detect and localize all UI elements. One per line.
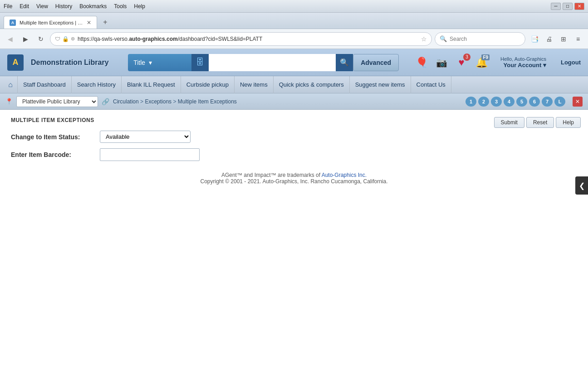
library-name: Demonstration Library	[31, 59, 109, 67]
nav-blank-ill[interactable]: Blank ILL Request	[122, 76, 181, 93]
minimize-button[interactable]: ─	[551, 3, 561, 10]
catalog-search-input[interactable]	[209, 54, 336, 71]
balloon-icon: 🎈	[416, 57, 428, 68]
user-greeting: Hello, Auto-Graphics	[500, 56, 546, 62]
maximize-button[interactable]: □	[563, 3, 573, 10]
breadcrumb-exceptions[interactable]: Exceptions	[145, 98, 172, 105]
page-3-button[interactable]: 3	[491, 97, 502, 107]
database-icon[interactable]: 🗄	[191, 54, 209, 71]
nav-curbside[interactable]: Curbside pickup	[181, 76, 235, 93]
reading-list-icon[interactable]: 📑	[528, 33, 541, 45]
side-toggle-button[interactable]: ❮	[575, 176, 588, 195]
forward-button[interactable]: ▶	[19, 33, 32, 45]
breadcrumb-circulation[interactable]: Circulation	[113, 98, 139, 105]
hamburger-menu-icon[interactable]: ≡	[572, 33, 584, 45]
section-title: MULTIPLE ITEM EXCEPTIONS	[11, 117, 577, 123]
menu-file[interactable]: File	[4, 3, 12, 10]
menu-history[interactable]: History	[55, 3, 72, 10]
barcode-form-row: Enter Item Barcode:	[11, 148, 577, 161]
shortcut-badge: F9	[481, 54, 490, 60]
location-selector[interactable]: Platteville Public Library	[16, 96, 98, 107]
close-button[interactable]: ✕	[574, 3, 584, 10]
new-tab-button[interactable]: +	[99, 16, 112, 29]
page-5-button[interactable]: 5	[516, 97, 527, 107]
user-account-button[interactable]: Your Account ▾	[500, 62, 546, 68]
barcode-input[interactable]	[100, 148, 200, 161]
status-label: Change to Item Status:	[11, 133, 93, 141]
nav-staff-dashboard[interactable]: Staff Dashboard	[17, 76, 72, 93]
browser-search-input[interactable]	[450, 36, 513, 42]
tab-bar: A Multiple Item Exceptions | SWL5 ✕ +	[0, 13, 588, 29]
breadcrumb-path: Circulation > Exceptions > Multiple Item…	[113, 98, 237, 105]
breadcrumb-current: Multiple Item Exceptions	[178, 98, 237, 105]
breadcrumb-close-button[interactable]: ✕	[573, 97, 583, 107]
app-header: A Demonstration Library Title ▾ 🗄 🔍 Adva…	[0, 49, 588, 76]
search-icon: 🔍	[440, 35, 447, 42]
home-nav-button[interactable]: ⌂	[4, 78, 17, 92]
address-bar: ◀ ▶ ↻ 🛡 🔒 ⊛ https://qa-swls-verso.auto-g…	[0, 29, 588, 49]
nav-links: Staff Dashboard Search History Blank ILL…	[17, 76, 451, 93]
search-section: Title ▾ 🗄 🔍 Advanced	[128, 54, 399, 71]
location-pin-icon: 📍	[5, 98, 13, 105]
shield-icon: 🛡	[55, 36, 60, 42]
back-button[interactable]: ◀	[4, 33, 16, 45]
main-content: MULTIPLE ITEM EXCEPTIONS Submit Reset He…	[0, 110, 588, 371]
footer-line1: AGent™ and Impact™ are trademarks of Aut…	[11, 172, 577, 178]
menu-edit[interactable]: Edit	[20, 3, 29, 10]
action-buttons: Submit Reset Help	[494, 117, 581, 128]
menu-bookmarks[interactable]: Bookmarks	[79, 3, 107, 10]
url-domain: auto-graphics.com	[129, 36, 177, 42]
keyboard-icon-button[interactable]: 📷	[433, 54, 450, 71]
advanced-search-button[interactable]: Advanced	[353, 54, 399, 71]
search-type-dropdown[interactable]: Title ▾	[128, 54, 191, 71]
nav-new-items[interactable]: New items	[235, 76, 274, 93]
footer-link[interactable]: Auto-Graphics Inc.	[322, 172, 367, 178]
tab-title: Multiple Item Exceptions | SWL5	[20, 20, 83, 25]
help-button[interactable]: Help	[556, 117, 581, 128]
window-controls: ─ □ ✕	[551, 3, 584, 10]
wishlist-button[interactable]: 3 ♥	[453, 54, 470, 71]
page-4-button[interactable]: 4	[504, 97, 514, 107]
nav-quick-picks[interactable]: Quick picks & computers	[274, 76, 350, 93]
menu-view[interactable]: View	[36, 3, 48, 10]
extensions-icon[interactable]: ⊞	[557, 33, 570, 45]
footer-line2: Copyright © 2001 - 2021. Auto-Graphics, …	[11, 178, 577, 185]
menu-tools[interactable]: Tools	[114, 3, 127, 10]
nav-suggest-new[interactable]: Suggest new items	[350, 76, 411, 93]
user-section: Hello, Auto-Graphics Your Account ▾	[500, 56, 546, 68]
nav-search-history[interactable]: Search History	[72, 76, 122, 93]
camera-icon: 📷	[436, 57, 447, 68]
bookmark-star-icon[interactable]: ☆	[421, 35, 427, 43]
page-l-button[interactable]: L	[554, 97, 565, 107]
footer: AGent™ and Impact™ are trademarks of Aut…	[11, 172, 577, 185]
menu-bar: File Edit View History Bookmarks Tools H…	[4, 3, 145, 10]
header-icons: 🎈 📷 3 ♥ F9 🔔	[413, 54, 490, 71]
reset-button[interactable]: Reset	[526, 117, 554, 128]
search-go-button[interactable]: 🔍	[336, 54, 353, 71]
status-select[interactable]: Available Checked Out Lost Missing Damag…	[100, 131, 191, 143]
logout-button[interactable]: Logout	[561, 59, 581, 66]
nav-contact-us[interactable]: Contact Us	[411, 76, 451, 93]
browser-search-bar[interactable]: 🔍	[435, 32, 525, 46]
url-bar[interactable]: 🛡 🔒 ⊛ https://qa-swls-verso.auto-graphic…	[50, 32, 432, 46]
tab-favicon: A	[10, 20, 16, 26]
page-6-button[interactable]: 6	[529, 97, 540, 107]
tracking-icon: ⊛	[71, 36, 75, 42]
nav-bar: ⌂ Staff Dashboard Search History Blank I…	[0, 76, 588, 93]
menu-help[interactable]: Help	[134, 3, 145, 10]
tab-close-icon[interactable]: ✕	[87, 20, 91, 26]
notifications-button[interactable]: F9 🔔	[473, 54, 490, 71]
page-7-button[interactable]: 7	[542, 97, 553, 107]
barcode-label: Enter Item Barcode:	[11, 151, 93, 158]
active-tab[interactable]: A Multiple Item Exceptions | SWL5 ✕	[4, 16, 97, 29]
page-1-button[interactable]: 1	[466, 97, 476, 107]
print-icon[interactable]: 🖨	[543, 33, 555, 45]
toolbar-icons: 📑 🖨 ⊞ ≡	[528, 33, 584, 45]
page-2-button[interactable]: 2	[478, 97, 489, 107]
refresh-button[interactable]: ↻	[34, 33, 47, 45]
search-go-icon: 🔍	[340, 58, 349, 67]
search-type-label: Title	[133, 59, 145, 66]
balloon-icon-button[interactable]: 🎈	[413, 54, 430, 71]
url-security-icons: 🛡 🔒 ⊛	[55, 36, 75, 42]
submit-button[interactable]: Submit	[494, 117, 524, 128]
